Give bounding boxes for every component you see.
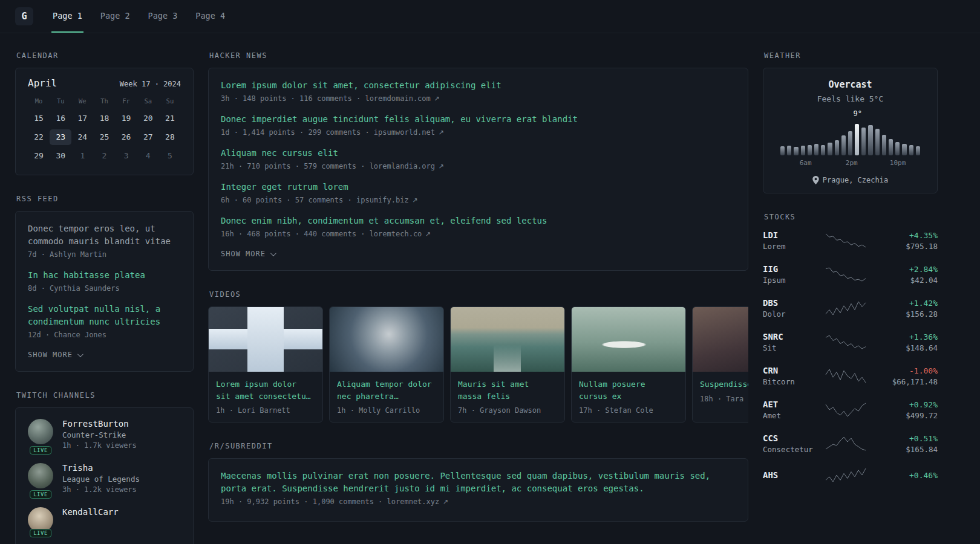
stock-row[interactable]: LDILorem+4.35%$795.18 [763, 230, 938, 251]
weather-bar [855, 124, 859, 155]
subreddit-section: /R/SUBREDDIT Maecenas mollis pulvinar er… [208, 442, 748, 522]
video-title[interactable]: Lorem ipsum dolor sit amet consectetu… [216, 378, 315, 402]
stock-price: $42.04 [877, 276, 938, 285]
stock-row[interactable]: SNRCSit+1.36%$148.64 [763, 332, 938, 352]
weather-bar [848, 131, 852, 155]
calendar-day: 18 [93, 111, 115, 126]
hackernews-item-title[interactable]: Lorem ipsum dolor sit amet, consectetur … [221, 79, 736, 92]
tab-page-1[interactable]: Page 1 [51, 0, 83, 33]
stock-name: Lorem [763, 242, 814, 251]
calendar-day: 16 [50, 111, 71, 126]
stock-symbol: SNRC [763, 332, 814, 342]
app-logo[interactable]: G [15, 7, 33, 25]
calendar-day: 19 [116, 111, 137, 126]
video-card: Aliquam tempor dolor nec pharetra…1h · M… [329, 306, 444, 423]
rss-item-title[interactable]: Sed volutpat nulla nisl, a condimentum n… [28, 303, 181, 328]
weather-bars [780, 124, 920, 155]
stock-name: Amet [763, 411, 814, 420]
weather-bar [808, 145, 812, 155]
stock-row[interactable]: AETAmet+0.92%$499.72 [763, 400, 938, 420]
chevron-down-icon [77, 351, 83, 357]
rss-item-title[interactable]: Donec tempor eros leo, ut commodo mauris… [28, 222, 181, 248]
video-title[interactable]: Aliquam tempor dolor nec pharetra… [337, 378, 436, 402]
calendar-day: 28 [159, 129, 181, 145]
hackernews-show-more-button[interactable]: SHOW MORE [221, 250, 275, 258]
external-link-icon: ↗ [410, 196, 418, 204]
video-thumbnail[interactable] [693, 307, 748, 372]
stock-sparkline-wrap [814, 233, 877, 248]
hackernews-item-meta: 16h · 468 points · 440 comments · loremt… [221, 230, 736, 238]
stock-row[interactable]: IIGIpsum+2.84%$42.04 [763, 264, 938, 285]
stock-change: +1.42% [877, 299, 938, 308]
external-link-icon: ↗ [432, 95, 440, 103]
calendar-section-title: CALENDAR [16, 51, 194, 60]
location-pin-icon [812, 176, 819, 184]
stock-symbol: DBS [763, 298, 814, 308]
live-badge: LIVE [30, 529, 51, 537]
stock-name: Bitcorn [763, 377, 814, 386]
twitch-channel[interactable]: LIVETrishaLeague of Legends3h · 1.2k vie… [28, 463, 181, 494]
calendar-dow-label: Su [159, 97, 181, 108]
rss-show-more-button[interactable]: SHOW MORE [28, 351, 82, 359]
stock-row[interactable]: DBSDolor+1.42%$156.28 [763, 298, 938, 319]
weather-temp-label: 9° [853, 109, 861, 118]
video-title[interactable]: Mauris sit amet massa felis [458, 378, 557, 402]
video-title[interactable]: Suspendisse diam [700, 378, 748, 390]
hackernews-item-title[interactable]: Donec enim nibh, condimentum et accumsan… [221, 215, 736, 227]
video-meta: 17h · Stefan Cole [579, 406, 678, 415]
twitch-channel-name[interactable]: Trisha [62, 463, 140, 473]
stock-price: $795.18 [877, 242, 938, 251]
hackernews-item: Integer eget rutrum lorem6h · 60 points … [221, 181, 736, 204]
calendar-day: 5 [159, 148, 181, 164]
videos-row: Lorem ipsum dolor sit amet consectetu…1h… [208, 306, 748, 423]
calendar-day: 20 [137, 111, 159, 126]
calendar-day: 15 [28, 111, 50, 126]
rss-item-title[interactable]: In hac habitasse platea [28, 269, 181, 282]
weather-bar [882, 135, 886, 155]
subreddit-widget: Maecenas mollis pulvinar erat non posuer… [208, 458, 748, 522]
weather-bar [861, 128, 866, 155]
calendar-dow-label: Mo [28, 97, 50, 108]
show-more-label: SHOW MORE [221, 250, 266, 258]
subreddit-section-title: /R/SUBREDDIT [209, 442, 748, 450]
hackernews-item-title[interactable]: Donec imperdiet augue tincidunt felis al… [221, 113, 736, 126]
hackernews-item-title[interactable]: Aliquam nec cursus elit [221, 147, 736, 160]
rss-list: Donec tempor eros leo, ut commodo mauris… [28, 222, 181, 339]
hackernews-item: Lorem ipsum dolor sit amet, consectetur … [221, 79, 736, 103]
twitch-channel-name[interactable]: ForrestBurton [62, 419, 137, 429]
stock-row[interactable]: CCSConsectetur+0.51%$165.84 [763, 433, 938, 454]
hackernews-item-title[interactable]: Integer eget rutrum lorem [221, 181, 736, 193]
tab-page-4[interactable]: Page 4 [194, 0, 226, 33]
chevron-down-icon [270, 250, 276, 256]
subreddit-item-title[interactable]: Maecenas mollis pulvinar erat non posuer… [221, 470, 736, 495]
weather-bar [835, 140, 839, 155]
tab-page-3[interactable]: Page 3 [147, 0, 179, 33]
calendar-widget: April Week 17 · 2024 MoTuWeThFrSaSu15161… [15, 68, 194, 175]
rss-item-meta: 7d · Ashlyn Martin [28, 250, 181, 259]
calendar-day: 25 [93, 129, 115, 145]
hackernews-widget: Lorem ipsum dolor sit amet, consectetur … [208, 68, 748, 271]
stock-row[interactable]: CRNBitcorn-1.00%$66,171.48 [763, 366, 938, 386]
stock-sparkline-wrap [814, 300, 877, 316]
twitch-channel[interactable]: LIVEForrestBurtonCounter-Strike1h · 1.7k… [28, 419, 181, 450]
weather-bar [875, 129, 880, 155]
tab-page-2[interactable]: Page 2 [99, 0, 131, 33]
video-thumbnail[interactable] [209, 307, 322, 372]
show-more-label: SHOW MORE [28, 351, 73, 359]
twitch-channel-name[interactable]: KendallCarr [62, 507, 119, 517]
stock-row[interactable]: AHS+0.46% [763, 467, 938, 483]
calendar-dow-label: Th [93, 97, 115, 108]
video-thumbnail[interactable] [572, 307, 685, 372]
rss-widget: Donec tempor eros leo, ut commodo mauris… [15, 211, 194, 372]
hackernews-list: Lorem ipsum dolor sit amet, consectetur … [221, 79, 736, 238]
stock-sparkline [825, 402, 866, 418]
twitch-channel[interactable]: LIVEKendallCarr [28, 507, 181, 533]
calendar-day: 27 [137, 129, 159, 145]
video-title[interactable]: Nullam posuere cursus ex [579, 378, 678, 402]
external-link-icon: ↗ [436, 163, 444, 170]
video-thumbnail[interactable] [451, 307, 564, 372]
video-thumbnail[interactable] [330, 307, 443, 372]
stock-sparkline-wrap [814, 334, 877, 350]
stock-sparkline [825, 300, 866, 316]
hackernews-item-meta: 21h · 710 points · 579 comments · loreml… [221, 162, 736, 170]
